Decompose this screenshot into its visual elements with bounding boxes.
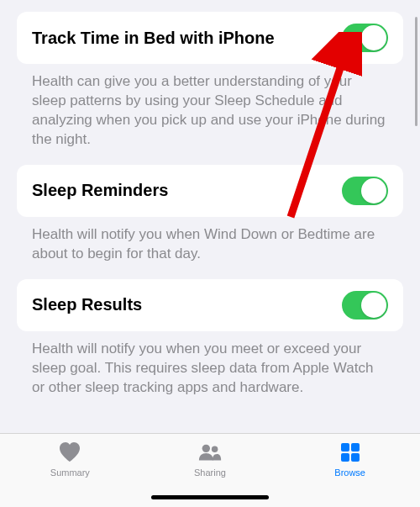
svg-rect-4 xyxy=(341,453,349,462)
track-time-toggle[interactable] xyxy=(342,24,388,52)
svg-rect-5 xyxy=(351,453,360,462)
sleep-results-toggle[interactable] xyxy=(342,291,388,320)
svg-rect-3 xyxy=(351,443,360,452)
track-time-card: Track Time in Bed with iPhone xyxy=(17,12,403,64)
sleep-reminders-description: Health will notify you when Wind Down or… xyxy=(17,217,403,264)
toggle-knob xyxy=(361,25,386,50)
settings-content: Track Time in Bed with iPhone Health can… xyxy=(0,12,420,397)
track-time-description: Health can give you a better understandi… xyxy=(17,64,403,150)
heart-icon xyxy=(57,441,82,464)
tab-browse-label: Browse xyxy=(334,467,365,478)
svg-point-1 xyxy=(212,446,218,453)
toggle-knob xyxy=(361,293,386,318)
toggle-knob xyxy=(361,178,386,203)
sleep-results-card: Sleep Results xyxy=(17,279,403,331)
sleep-reminders-card: Sleep Reminders xyxy=(17,165,403,217)
svg-point-0 xyxy=(202,445,210,452)
sleep-reminders-toggle[interactable] xyxy=(342,177,388,205)
sleep-reminders-title: Sleep Reminders xyxy=(32,180,168,201)
tab-summary-label: Summary xyxy=(50,467,90,478)
sleep-results-title: Sleep Results xyxy=(32,294,142,315)
tab-browse[interactable]: Browse xyxy=(317,441,384,507)
svg-rect-2 xyxy=(341,443,349,452)
home-indicator[interactable] xyxy=(151,495,269,499)
scrollbar[interactable] xyxy=(415,17,417,126)
people-icon xyxy=(197,441,223,464)
tab-sharing-label: Sharing xyxy=(194,467,226,478)
tab-summary[interactable]: Summary xyxy=(36,441,103,507)
track-time-title: Track Time in Bed with iPhone xyxy=(32,28,275,49)
sleep-results-description: Health will notify you when you meet or … xyxy=(17,331,403,398)
grid-icon xyxy=(338,441,363,464)
